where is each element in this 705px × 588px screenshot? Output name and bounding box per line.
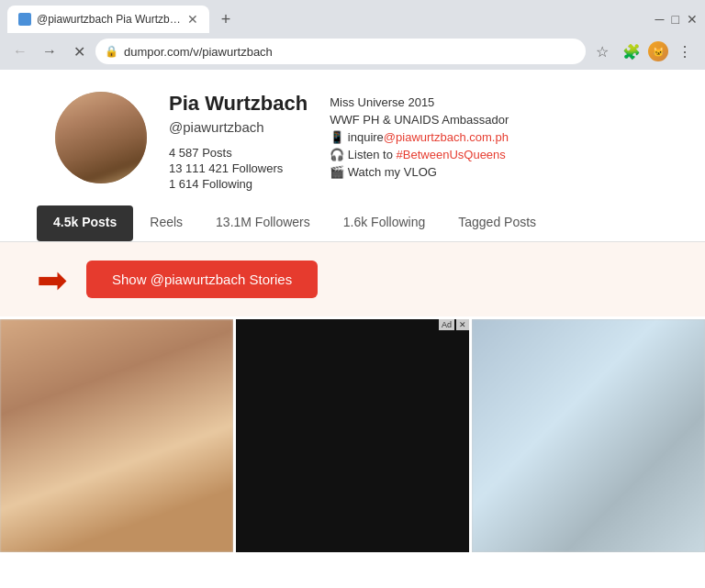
tab-reels[interactable]: Reels [133,205,199,241]
active-tab[interactable]: @piawurtzbach Pia Wurtzbach I... ✕ [7,6,209,33]
post-thumb-1[interactable] [0,319,233,552]
tab-title: @piawurtzbach Pia Wurtzbach I... [37,13,182,26]
new-tab-button[interactable]: + [213,6,239,32]
address-bar[interactable]: 🔒 dumpor.com/v/piawurtzbach [95,39,586,64]
menu-icon[interactable]: ⋮ [672,39,698,64]
title-bar: @piawurtzbach Pia Wurtzbach I... ✕ + ─ □… [0,0,705,33]
bookmark-star-icon[interactable]: ☆ [589,39,615,64]
bio-icon-email: 📱 [330,130,348,144]
bio-icon-vlog: 🎬 [330,165,348,179]
post-thumb-3[interactable] [472,319,705,552]
ad-close-button[interactable]: ✕ [456,319,469,330]
bio-listen-prefix: Listen to [348,148,397,161]
bio-line-3: 📱 inquire@piawurtzbach.com.ph [330,130,509,144]
bio-vlog-text: Watch my VLOG [348,165,437,179]
nav-right-icons: ☆ 🧩 🐱 ⋮ [589,39,698,64]
nav-bar: ← → ✕ 🔒 dumpor.com/v/piawurtzbach ☆ 🧩 🐱 … [0,33,705,70]
profile-name: Pia Wurtzbach [169,92,308,116]
show-stories-button[interactable]: Show @piawurtzbach Stories [86,261,318,298]
forward-button[interactable]: → [37,39,62,64]
back-button[interactable]: ← [7,39,33,64]
url-text[interactable]: dumpor.com/v/piawurtzbach [124,45,576,59]
bio-hashtag-link[interactable]: #BetweenUsQueens [397,148,506,161]
avatar [55,92,147,183]
posts-grid: Ad ✕ [0,316,705,555]
window-minimize[interactable]: ─ [655,12,665,27]
following-count: 1 614 Following [169,177,308,191]
tab-followers[interactable]: 13.1M Followers [199,205,327,241]
profile-handle: @piawurtzbach [169,119,308,135]
profile-bio: Miss Universe 2015 WWF PH & UNAIDS Ambas… [330,92,509,179]
stories-section: ➡ Show @piawurtzbach Stories [0,242,705,316]
browser-chrome: @piawurtzbach Pia Wurtzbach I... ✕ + ─ □… [0,0,705,70]
bio-line-5: 🎬 Watch my VLOG [330,165,509,179]
followers-count: 13 111 421 Followers [169,161,308,175]
tab-tagged-posts[interactable]: Tagged Posts [442,205,553,241]
bio-line-2: WWF PH & UNAIDS Ambassador [330,113,509,127]
tab-posts[interactable]: 4.5k Posts [37,205,133,241]
ad-tag[interactable]: Ad [439,319,454,330]
page-content: Pia Wurtzbach @piawurtzbach 4 587 Posts … [0,70,705,588]
avatar-image [55,92,147,183]
profile-info: Pia Wurtzbach @piawurtzbach 4 587 Posts … [169,92,308,191]
profile-section: Pia Wurtzbach @piawurtzbach 4 587 Posts … [0,70,705,205]
tab-following[interactable]: 1.6k Following [327,205,442,241]
reload-button[interactable]: ✕ [66,39,92,64]
bio-line-1: Miss Universe 2015 [330,95,509,109]
profile-stats: 4 587 Posts 13 111 421 Followers 1 614 F… [169,146,308,191]
bio-email-prefix: inquire [348,130,384,144]
extensions-icon[interactable]: 🧩 [619,39,644,64]
bio-icon-music: 🎧 [330,148,348,161]
bio-email-link[interactable]: @piawurtzbach.com.ph [384,130,509,144]
lock-icon: 🔒 [105,45,118,58]
tab-close-button[interactable]: ✕ [187,12,198,27]
ad-label: Ad ✕ [439,319,469,330]
window-close[interactable]: ✕ [687,12,698,27]
posts-count: 4 587 Posts [169,146,308,160]
window-controls: ─ □ ✕ [655,12,698,27]
profile-tabs: 4.5k Posts Reels 13.1M Followers 1.6k Fo… [0,205,705,242]
arrow-icon: ➡ [37,261,68,298]
post-thumb-2-ad: Ad ✕ [236,319,469,552]
window-maximize[interactable]: □ [672,12,679,27]
profile-icon[interactable]: 🐱 [648,41,668,61]
tab-favicon [18,13,31,26]
bio-line-4: 🎧 Listen to #BetweenUsQueens [330,148,509,161]
